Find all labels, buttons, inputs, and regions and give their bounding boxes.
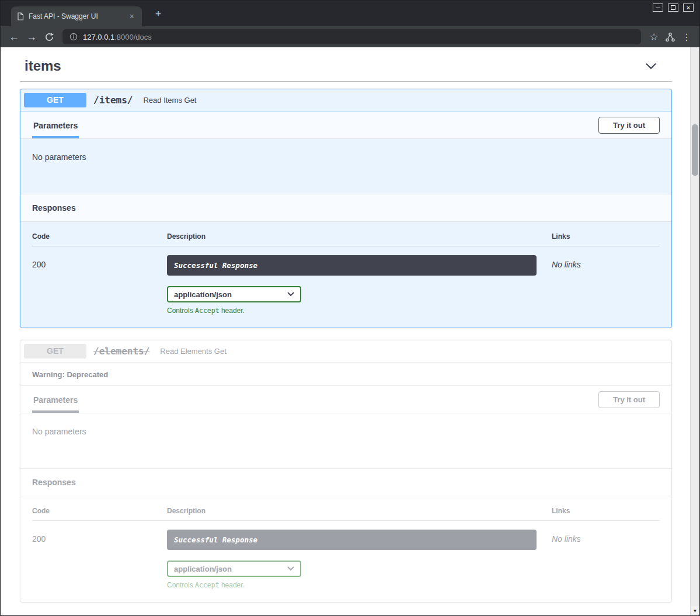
responses-table: Code Description Links 200 Successful Re…	[20, 496, 671, 602]
opblock-summary[interactable]: GET /elements/ Read Elements Get	[20, 340, 671, 363]
endpoint-summary: Read Items Get	[143, 96, 196, 105]
try-it-out-button[interactable]: Try it out	[598, 117, 660, 134]
deprecated-warning: Warning: Deprecated	[20, 363, 671, 385]
window-controls: ×	[653, 4, 694, 12]
back-button[interactable]: ←	[5, 28, 23, 46]
col-description: Description	[167, 507, 552, 515]
col-description: Description	[167, 232, 552, 241]
responses-table: Code Description Links 200 Successful Re…	[20, 222, 671, 328]
chevron-down-icon	[287, 292, 294, 297]
scroll-down-button[interactable]: ▼	[691, 606, 699, 615]
parameters-tab[interactable]: Parameters	[32, 112, 79, 138]
response-code: 200	[32, 530, 167, 589]
no-links-text: No links	[552, 530, 660, 589]
bookmark-star-icon[interactable]: ☆	[646, 28, 662, 46]
close-icon: ×	[687, 5, 690, 11]
items-section-header[interactable]: items	[20, 50, 672, 82]
scrollbar-thumb[interactable]	[692, 124, 698, 176]
method-badge: GET	[24, 93, 86, 107]
endpoint-path: /elements/	[93, 346, 149, 357]
browser-menu-icon[interactable]: ⋮	[678, 28, 695, 46]
minimize-icon	[656, 8, 660, 8]
response-description-cell: Successful Response application/json Con…	[167, 255, 552, 315]
minimize-button[interactable]	[653, 4, 663, 12]
response-code: 200	[32, 255, 167, 315]
close-button[interactable]: ×	[683, 4, 694, 12]
parameters-header: Parameters Try it out	[20, 385, 671, 413]
col-code: Code	[32, 507, 167, 515]
accept-note-suffix: header.	[220, 307, 245, 315]
browser-toolbar: ← → 127.0.0.1:8000/docs ☆	[1, 26, 699, 47]
accept-note-prefix: Controls	[167, 581, 195, 589]
site-hierarchy-icon[interactable]	[662, 28, 678, 46]
response-row: 200 Successful Response application/json…	[32, 246, 660, 315]
try-it-out-button[interactable]: Try it out	[598, 391, 660, 408]
response-description-cell: Successful Response application/json Con…	[167, 530, 552, 589]
responses-table-header: Code Description Links	[32, 232, 660, 246]
accept-note-code: Accept	[195, 581, 220, 589]
endpoint-summary: Read Elements Get	[160, 347, 226, 356]
url-path: :8000/docs	[114, 33, 152, 41]
method-badge: GET	[24, 344, 86, 359]
swagger-page: items GET /items/ Read Items Get Paramet…	[1, 47, 690, 615]
accept-header-note: Controls Accept header.	[167, 307, 552, 315]
col-code: Code	[32, 232, 167, 241]
maximize-button[interactable]	[668, 4, 678, 12]
site-info-icon[interactable]	[69, 33, 78, 41]
responses-header: Responses	[20, 194, 671, 222]
new-tab-button[interactable]: +	[151, 8, 165, 20]
page-favicon-icon	[17, 12, 24, 20]
reload-icon	[44, 32, 54, 42]
maximize-icon	[671, 5, 675, 10]
chevron-down-icon	[287, 566, 294, 571]
endpoint-path: /items/	[93, 95, 133, 106]
responses-table-header: Code Description Links	[32, 507, 660, 521]
accept-note-prefix: Controls	[167, 307, 195, 315]
media-type-select[interactable]: application/json	[167, 561, 301, 577]
forward-button[interactable]: →	[23, 28, 40, 46]
accept-note-suffix: header.	[220, 581, 245, 589]
url-bar[interactable]: 127.0.0.1:8000/docs	[62, 29, 641, 44]
titlebar: Fast API - Swagger UI × + ×	[1, 1, 699, 26]
opblock-get-items: GET /items/ Read Items Get Parameters Tr…	[20, 89, 672, 328]
opblock-get-elements-deprecated: GET /elements/ Read Elements Get Warning…	[20, 340, 672, 603]
browser-tab[interactable]: Fast API - Swagger UI ×	[11, 6, 142, 26]
response-description: Successful Response	[167, 255, 537, 276]
browser-window: Fast API - Swagger UI × + × ← → 12	[0, 0, 700, 616]
tab-close-icon[interactable]: ×	[128, 12, 136, 21]
no-parameters-text: No parameters	[20, 139, 671, 194]
no-parameters-text: No parameters	[20, 413, 671, 468]
no-links-text: No links	[552, 255, 660, 315]
response-description: Successful Response	[167, 530, 537, 550]
responses-header: Responses	[20, 468, 671, 496]
accept-note-code: Accept	[195, 307, 220, 315]
url-host: 127.0.0.1	[83, 33, 114, 41]
url-text: 127.0.0.1:8000/docs	[83, 32, 152, 42]
col-links: Links	[552, 507, 660, 515]
accept-header-note: Controls Accept header.	[167, 581, 552, 589]
col-links: Links	[552, 232, 660, 241]
media-type-value: application/json	[174, 290, 232, 299]
parameters-header: Parameters Try it out	[20, 112, 671, 139]
opblock-summary[interactable]: GET /items/ Read Items Get	[20, 89, 671, 112]
parameters-tab[interactable]: Parameters	[32, 386, 79, 413]
vertical-scrollbar[interactable]: ▼	[690, 47, 699, 615]
reload-button[interactable]	[40, 28, 58, 46]
section-title: items	[25, 58, 61, 74]
response-row: 200 Successful Response application/json…	[32, 521, 660, 589]
media-type-select[interactable]: application/json	[167, 286, 301, 302]
section-collapse-chevron-icon[interactable]	[645, 62, 657, 69]
media-type-value: application/json	[174, 565, 232, 573]
tab-title: Fast API - Swagger UI	[29, 12, 128, 20]
